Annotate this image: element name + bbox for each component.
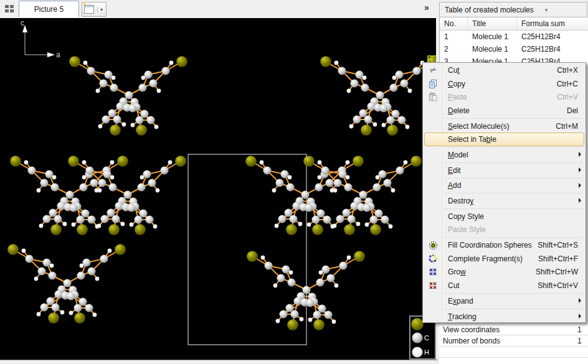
h-atom[interactable] <box>50 264 54 268</box>
table-row[interactable]: 1Molecule 1C25H12Br4 <box>440 30 588 43</box>
h-atom[interactable] <box>333 224 337 228</box>
br-atom[interactable] <box>136 124 147 136</box>
h-atom[interactable] <box>308 318 313 322</box>
br-atom[interactable] <box>286 224 297 235</box>
panel-menu-arrow-icon[interactable]: ▾ <box>545 7 548 13</box>
c-atom[interactable] <box>265 262 273 270</box>
c-atom[interactable] <box>351 80 359 88</box>
br-atom[interactable] <box>313 319 325 330</box>
c-atom[interactable] <box>364 116 372 124</box>
br-atom[interactable] <box>7 244 19 255</box>
c-atom[interactable] <box>136 116 144 124</box>
h-atom[interactable] <box>391 189 396 193</box>
h-atom[interactable] <box>319 271 323 275</box>
h-atom[interactable] <box>80 264 84 268</box>
c-atom[interactable] <box>368 103 376 111</box>
c-atom[interactable] <box>143 170 151 179</box>
h-atom[interactable] <box>376 175 380 180</box>
br-atom[interactable] <box>370 224 381 235</box>
c-atom[interactable] <box>113 116 121 124</box>
c-atom[interactable] <box>149 80 158 88</box>
c-atom[interactable] <box>124 191 132 199</box>
c-atom[interactable] <box>100 255 108 263</box>
br-atom[interactable] <box>135 224 146 235</box>
c-atom[interactable] <box>380 105 388 113</box>
h-atom[interactable] <box>140 175 145 180</box>
c-atom[interactable] <box>138 184 146 192</box>
c-atom[interactable] <box>353 116 361 124</box>
c-atom[interactable] <box>101 215 109 223</box>
c-atom[interactable] <box>288 279 296 287</box>
h-atom[interactable] <box>382 123 386 128</box>
c-atom[interactable] <box>103 170 111 179</box>
h-atom[interactable] <box>276 319 280 324</box>
h-atom[interactable] <box>334 61 339 65</box>
c-atom[interactable] <box>277 274 285 282</box>
br-atom[interactable] <box>303 156 315 167</box>
c-atom[interactable] <box>90 179 98 187</box>
br-atom[interactable] <box>245 156 257 167</box>
c-atom[interactable] <box>83 259 91 267</box>
menu-item-grow[interactable]: GrowShift+Ctrl+W <box>423 266 586 279</box>
menu-item-copy[interactable]: CopyCtrl+C <box>423 77 586 91</box>
br-atom[interactable] <box>410 156 422 167</box>
h-atom[interactable] <box>141 76 146 80</box>
c-atom[interactable] <box>339 262 348 270</box>
h-atom[interactable] <box>97 224 102 228</box>
property-row-view-coordinates[interactable]: View coordinates1 <box>439 324 588 335</box>
h-atom[interactable] <box>108 249 112 253</box>
br-atom[interactable] <box>361 124 372 136</box>
br-atom[interactable] <box>115 244 126 255</box>
h-atom[interactable] <box>60 310 65 315</box>
c-atom[interactable] <box>135 216 143 224</box>
c-atom[interactable] <box>115 202 123 210</box>
h-atom[interactable] <box>82 175 87 180</box>
h-atom[interactable] <box>356 222 361 226</box>
molecule-8[interactable] <box>247 251 365 330</box>
h-atom[interactable] <box>334 284 339 288</box>
c-atom[interactable] <box>313 311 321 319</box>
c-atom[interactable] <box>55 291 63 299</box>
c-atom[interactable] <box>348 215 356 223</box>
h-atom[interactable] <box>389 225 393 229</box>
h-atom[interactable] <box>347 256 351 260</box>
br-atom[interactable] <box>387 124 398 136</box>
molecule-1[interactable] <box>69 56 187 136</box>
molecule-scene[interactable]: caCH <box>0 18 436 360</box>
c-atom[interactable] <box>373 184 381 192</box>
c-atom[interactable] <box>129 105 137 113</box>
chevron-down-icon[interactable]: ▾ <box>97 7 103 12</box>
br-atom[interactable] <box>108 224 120 235</box>
c-atom[interactable] <box>145 71 153 79</box>
h-atom[interactable] <box>347 89 351 93</box>
c-atom[interactable] <box>305 204 313 212</box>
molecule-7[interactable] <box>7 244 126 324</box>
h-atom[interactable] <box>405 125 410 129</box>
h-atom[interactable] <box>122 123 126 127</box>
molecule-6[interactable] <box>303 156 422 235</box>
br-atom[interactable] <box>354 251 365 262</box>
menu-item-fill-coordination-spheres[interactable]: Fill Coordination SpheresShift+Ctrl+S <box>423 238 586 252</box>
c-atom[interactable] <box>363 204 371 212</box>
c-atom[interactable] <box>51 184 59 192</box>
c-atom[interactable] <box>381 216 389 224</box>
br-atom[interactable] <box>353 156 364 167</box>
menu-item-destroy[interactable]: Destroy <box>423 194 586 208</box>
br-atom[interactable] <box>176 56 187 67</box>
column-header-no[interactable]: No. <box>440 17 468 30</box>
h-atom[interactable] <box>98 124 103 129</box>
c-atom[interactable] <box>281 170 289 179</box>
h-atom[interactable] <box>63 222 67 226</box>
br-atom[interactable] <box>77 224 88 235</box>
h-atom[interactable] <box>346 175 350 180</box>
c-atom[interactable] <box>344 184 353 192</box>
c-atom[interactable] <box>54 215 62 223</box>
menu-item-tracking[interactable]: Tracking <box>423 310 586 324</box>
c-atom[interactable] <box>312 216 320 224</box>
c-atom[interactable] <box>43 215 51 223</box>
h-atom[interactable] <box>110 161 115 165</box>
c-atom[interactable] <box>98 179 107 187</box>
menu-item-expand[interactable]: Expand <box>423 294 586 308</box>
column-header-formula-sum[interactable]: Formula sum <box>517 17 588 30</box>
h-atom[interactable] <box>392 76 397 80</box>
